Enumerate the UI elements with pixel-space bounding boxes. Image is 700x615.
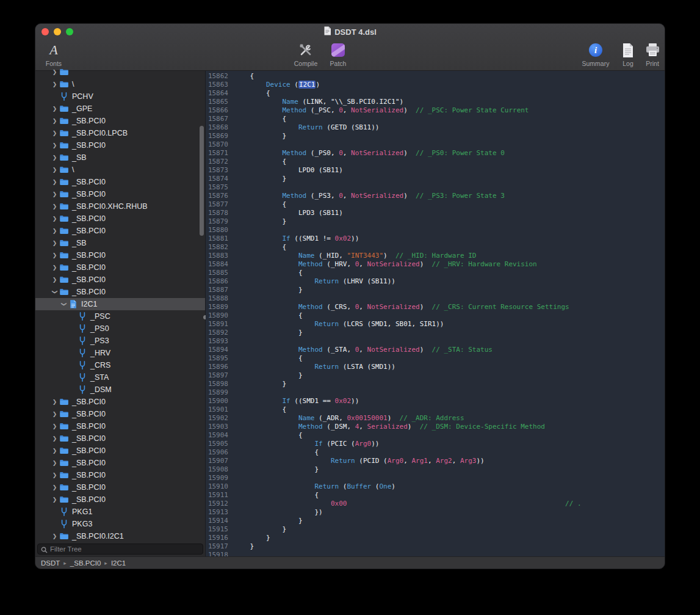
tree-row[interactable]: ❯_GPE [35,103,205,115]
code-line[interactable]: 15892 } [206,329,665,337]
chevron-right-icon[interactable]: ❯ [50,176,59,188]
code-line[interactable]: 15886 Return (LHRV (SB11)) [206,277,665,286]
code-line[interactable]: 15901 { [206,406,665,414]
tree-row[interactable]: ❯_SB.PCI0 [35,420,205,432]
code-line[interactable]: 15904 { [206,431,665,440]
tree-row[interactable]: ❯ [35,66,205,78]
breadcrumb-item-dsdt[interactable]: DSDT [41,559,60,567]
code-line[interactable]: 15867 { [206,115,665,123]
chevron-right-icon[interactable]: ❯ [50,151,59,164]
tree-row[interactable]: ❯I2C1 [35,298,205,310]
code-line[interactable]: 15870 [206,140,665,149]
title-bar[interactable]: DSDT 4.dsl [35,24,665,40]
code-line[interactable]: 15906 { [206,448,665,457]
tree-row[interactable]: ❯_SB.PCI0.XHC.RHUB [35,200,205,213]
code-editor[interactable]: 15862 {15863 Device (I2C1)15864 {15865 N… [206,71,665,556]
chevron-right-icon[interactable]: ❯ [50,408,59,420]
code-line[interactable]: 15915 } [206,525,665,534]
code-line[interactable]: 15864 { [206,89,665,98]
code-line[interactable]: 15913 }) [206,508,665,517]
code-line[interactable]: 15876 Method (_PS3, 0, NotSerialized) //… [206,192,665,200]
fonts-button[interactable]: A Fonts [39,42,68,67]
chevron-right-icon[interactable]: ❯ [50,481,59,493]
code-line[interactable]: 15871 Method (_PS0, 0, NotSerialized) //… [206,149,665,158]
tree-row[interactable]: ❯_SB.PCI0 [35,249,205,261]
code-line[interactable]: 15883 Name (_HID, "INT3443") // _HID: Ha… [206,252,665,260]
tree-row[interactable]: _PS0 [35,322,205,335]
chevron-right-icon[interactable]: ❯ [50,200,59,213]
breadcrumb-item-device[interactable]: I2C1 [111,559,126,567]
chevron-right-icon[interactable]: ❯ [50,103,59,115]
sidebar-scrollbar[interactable] [200,126,204,236]
tree-row[interactable]: ❯_SB.PCI0 [35,115,205,127]
tree-row[interactable]: ❯_SB.PCI0 [35,469,205,481]
summary-button[interactable]: i Summary [577,42,615,67]
chevron-right-icon[interactable]: ❯ [50,66,59,78]
tree-row[interactable]: ❯_SB.PCI0 [35,261,205,274]
code-line[interactable]: 15865 Name (LINK, "\\_SB.PCI0.I2C1") [206,98,665,106]
code-line[interactable]: 15916 } [206,534,665,542]
tree-row[interactable]: ❯_SB [35,151,205,164]
code-line[interactable]: 15897 } [206,371,665,380]
code-line[interactable]: 15873 LPD0 (SB11) [206,166,665,175]
code-line[interactable]: 15909 [206,474,665,482]
chevron-right-icon[interactable]: ❯ [50,115,59,127]
chevron-right-icon[interactable]: ❯ [50,274,59,286]
code-line[interactable]: 15890 { [206,311,665,320]
chevron-down-icon[interactable]: ❯ [49,288,61,297]
code-line[interactable]: 15911 { [206,491,665,500]
tree-row[interactable]: ❯_SB.PCI0 [35,445,205,457]
tree-row[interactable]: _CRS [35,359,205,371]
code-line[interactable]: 15891 Return (LCRS (SMD1, SB01, SIR1)) [206,320,665,329]
tree-row[interactable]: ❯_SB.PCI0.I2C1 [35,530,205,542]
chevron-right-icon[interactable]: ❯ [50,261,59,274]
chevron-right-icon[interactable]: ❯ [50,139,59,151]
tree-row[interactable]: _PSC [35,310,205,322]
chevron-right-icon[interactable]: ❯ [50,493,59,506]
code-line[interactable]: 15878 LPD3 (SB11) [206,209,665,217]
code-line[interactable]: 15875 [206,183,665,192]
tree-row[interactable]: ❯_SB.PCI0.LPCB [35,127,205,139]
tree-row[interactable]: ❯\ [35,164,205,176]
chevron-right-icon[interactable]: ❯ [50,213,59,225]
chevron-right-icon[interactable]: ❯ [50,530,59,542]
patch-button[interactable]: Patch [323,42,353,67]
code-line[interactable]: 15895 { [206,354,665,363]
print-button[interactable]: Print [639,42,665,67]
tree-row[interactable]: _PS3 [35,335,205,347]
code-line[interactable]: 15863 Device (I2C1) [206,81,665,89]
tree-row[interactable]: _DSM [35,384,205,396]
code-line[interactable]: 15869 } [206,132,665,140]
code-line[interactable]: 15898 } [206,380,665,388]
code-line[interactable]: 15912 0x00 // . [206,500,665,508]
log-button[interactable]: Log [615,42,641,67]
filter-tree-input[interactable] [37,544,203,555]
code-line[interactable]: 15874 } [206,175,665,183]
code-line[interactable]: 15868 Return (GETD (SB11)) [206,123,665,132]
compile-button[interactable]: Compile [287,42,324,67]
tree-row[interactable]: ❯_SB.PCI0 [35,188,205,200]
tree-row[interactable]: ❯_SB.PCI0 [35,274,205,286]
code-line[interactable]: 15910 Return (Buffer (One) [206,482,665,491]
code-line[interactable]: 15918 [206,551,665,556]
tree-row[interactable]: ❯_SB.PCI0 [35,176,205,188]
chevron-right-icon[interactable]: ❯ [50,457,59,469]
tree-row[interactable]: ❯_SB.PCI0 [35,457,205,469]
tree-row[interactable]: ❯_SB.PCI0 [35,481,205,493]
code-line[interactable]: 15908 } [206,465,665,474]
tree-row[interactable]: ❯_SB.PCI0 [35,493,205,506]
chevron-down-icon[interactable]: ❯ [58,300,70,309]
chevron-right-icon[interactable]: ❯ [50,445,59,457]
tree-row[interactable]: PCHV [35,90,205,103]
code-line[interactable]: 15884 Method (_HRV, 0, NotSerialized) //… [206,260,665,269]
code-line[interactable]: 15902 Name (_ADR, 0x00150001) // _ADR: A… [206,414,665,423]
code-line[interactable]: 15882 { [206,243,665,252]
code-line[interactable]: 15896 Return (LSTA (SMD1)) [206,363,665,371]
chevron-right-icon[interactable]: ❯ [50,249,59,261]
chevron-right-icon[interactable]: ❯ [50,225,59,237]
code-line[interactable]: 15893 [206,337,665,346]
code-line[interactable]: 15880 [206,226,665,235]
tree-row[interactable]: ❯_SB.PCI0 [35,432,205,445]
code-line[interactable]: 15881 If ((SMD1 != 0x02)) [206,235,665,243]
tree-row[interactable]: PKG1 [35,506,205,518]
